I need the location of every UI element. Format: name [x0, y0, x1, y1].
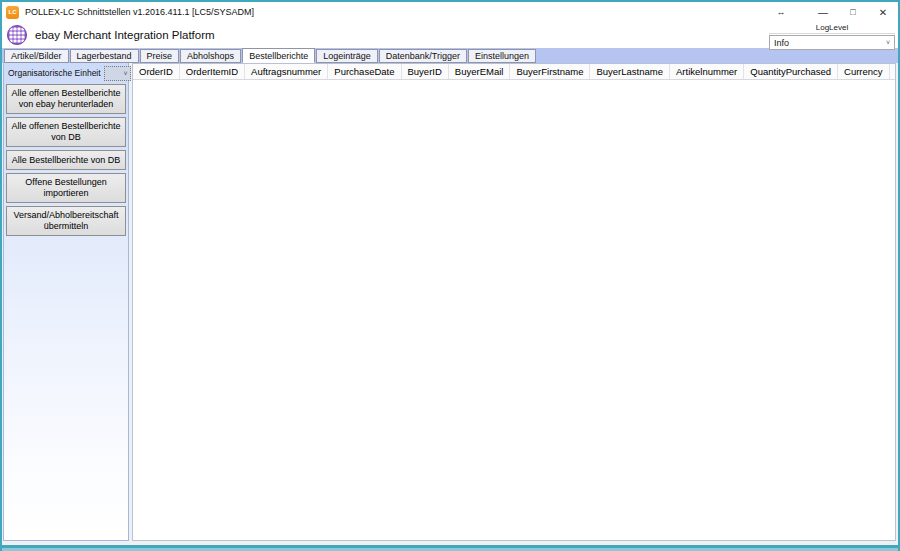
- org-unit-select[interactable]: ˅: [104, 66, 131, 81]
- column-header-orderid[interactable]: OrderID: [133, 64, 180, 79]
- app-header: ebay Merchant Integration Platform LogLe…: [2, 22, 898, 48]
- grid-header-row: OrderID OrderItemID Auftragsnummer Purch…: [133, 64, 895, 80]
- column-header-orderitemid[interactable]: OrderItemID: [180, 64, 245, 79]
- chevron-down-icon: ˅: [886, 39, 890, 46]
- grid-body-empty: [133, 80, 895, 540]
- all-orderreports-db-button[interactable]: Alle Bestellberichte von DB: [6, 150, 126, 170]
- column-header-buyerfirstname[interactable]: BuyerFirstname: [510, 64, 590, 79]
- org-unit-label: Organisatorische Einheit: [8, 68, 101, 78]
- tab-einstellungen[interactable]: Einstellungen: [468, 49, 536, 63]
- app-icon: LC: [6, 6, 19, 19]
- open-orderreports-db-button[interactable]: Alle offenen Bestellberichte von DB: [6, 117, 126, 147]
- content-area: Organisatorische Einheit ˅ Alle offenen …: [2, 63, 898, 545]
- tab-datenbank-trigger[interactable]: Datenbank/Trigger: [379, 49, 467, 63]
- dock-window-icon[interactable]: ↔: [766, 2, 796, 22]
- loglevel-value: Info: [774, 38, 789, 48]
- tab-lagerbestand[interactable]: Lagerbestand: [70, 49, 139, 63]
- orders-grid: OrderID OrderItemID Auftragsnummer Purch…: [132, 63, 896, 541]
- column-header-buyerid[interactable]: BuyerID: [402, 64, 449, 79]
- loglevel-group: LogLevel Info ˅: [769, 23, 895, 50]
- column-header-quantitypurchased[interactable]: QuantityPurchased: [744, 64, 838, 79]
- platform-grid-globe-icon: [7, 25, 27, 45]
- minimize-button[interactable]: —: [808, 2, 838, 22]
- platform-title: ebay Merchant Integration Platform: [35, 29, 215, 41]
- tab-bestellberichte[interactable]: Bestellberichte: [242, 48, 315, 63]
- loglevel-label: LogLevel: [769, 23, 895, 34]
- maximize-button[interactable]: □: [838, 2, 868, 22]
- submit-shipping-readiness-button[interactable]: Versand/Abholbereitschaft übermitteln: [6, 206, 126, 236]
- sidebar: Organisatorische Einheit ˅ Alle offenen …: [3, 63, 129, 541]
- column-header-currency[interactable]: Currency: [838, 64, 890, 79]
- download-open-orderreports-ebay-button[interactable]: Alle offenen Bestellberichte von ebay he…: [6, 84, 126, 114]
- window-bottom-border: [2, 545, 898, 551]
- column-header-itemprice[interactable]: ItemPrice: [890, 64, 895, 79]
- column-header-auftragsnummer[interactable]: Auftragsnummer: [245, 64, 328, 79]
- tab-preise[interactable]: Preise: [140, 49, 180, 63]
- column-header-purchasedate[interactable]: PurchaseDate: [328, 64, 401, 79]
- window-title: POLLEX-LC Schnittstellen v1.2016.411.1 […: [25, 7, 254, 17]
- column-header-artikelnummer[interactable]: Artikelnummer: [670, 64, 744, 79]
- tab-abholshops[interactable]: Abholshops: [180, 49, 241, 63]
- close-button[interactable]: ✕: [868, 2, 898, 22]
- loglevel-select[interactable]: Info ˅: [769, 35, 895, 50]
- column-header-buyeremail[interactable]: BuyerEMail: [449, 64, 511, 79]
- tab-bar: Artikel/Bilder Lagerbestand Preise Abhol…: [2, 48, 898, 63]
- app-window: LC POLLEX-LC Schnittstellen v1.2016.411.…: [0, 0, 900, 551]
- column-header-buyerlastname[interactable]: BuyerLastname: [590, 64, 670, 79]
- tab-logeintraege[interactable]: Logeinträge: [316, 49, 378, 63]
- chevron-down-icon: ˅: [124, 70, 128, 77]
- window-controls: ↔ — □ ✕: [766, 2, 898, 22]
- import-open-orders-button[interactable]: Offene Bestellungen importieren: [6, 173, 126, 203]
- tab-artikel-bilder[interactable]: Artikel/Bilder: [4, 49, 69, 63]
- org-unit-row: Organisatorische Einheit ˅: [4, 63, 128, 83]
- titlebar: LC POLLEX-LC Schnittstellen v1.2016.411.…: [2, 2, 898, 22]
